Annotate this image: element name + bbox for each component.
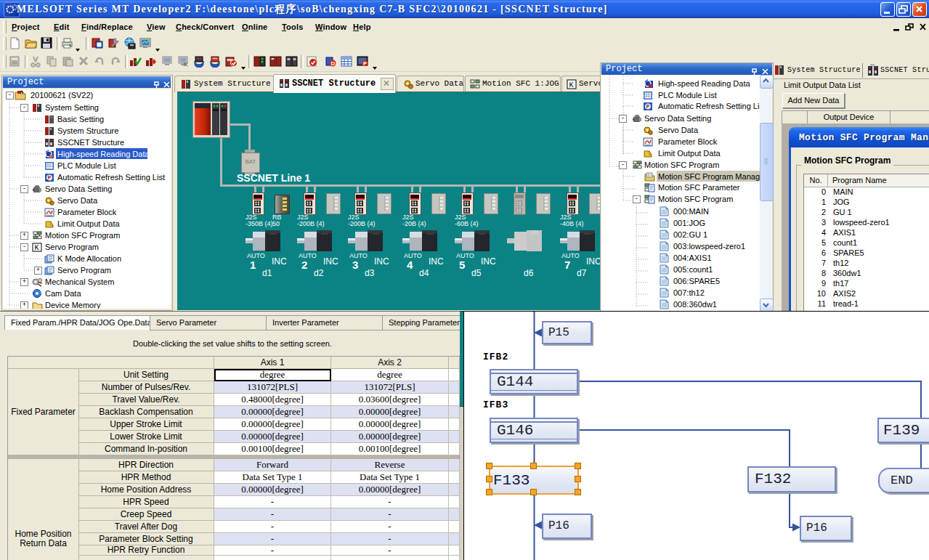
svg-text:MR: MR xyxy=(870,64,875,68)
svg-text:P: P xyxy=(48,175,52,180)
svg-text:D: D xyxy=(50,154,53,158)
svg-text:D: D xyxy=(331,60,336,67)
svg-text:P: P xyxy=(363,60,367,67)
svg-text:K: K xyxy=(34,244,38,252)
svg-text:P: P xyxy=(646,104,650,109)
svg-text:K: K xyxy=(569,81,574,89)
